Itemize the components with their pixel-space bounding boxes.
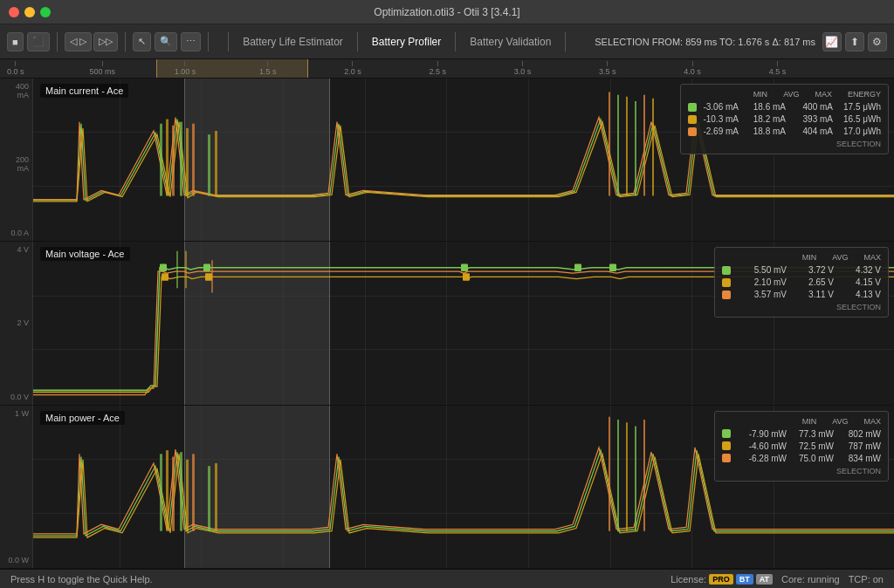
- ruler-mark-1-5s: 1.5 s: [259, 61, 277, 76]
- window-controls: [9, 7, 51, 17]
- ruler-mark-3-5s: 3.5 s: [599, 61, 616, 76]
- statusbar: Press H to toggle the Quick Help. Licens…: [0, 569, 894, 588]
- y-label-0v: 0.0 V: [3, 393, 29, 401]
- svg-rect-18: [203, 264, 210, 272]
- zoom-tool[interactable]: 🔍: [155, 32, 177, 51]
- legend-color-orange-p: [722, 454, 731, 462]
- svg-rect-32: [172, 456, 175, 530]
- nav-group: ◁ ▷ ▷▷: [65, 32, 118, 51]
- legend-vals-v1: 2.10 mV 2.65 V 4.15 V: [736, 277, 881, 287]
- legend-vals-2: -2.69 mA 18.8 mA 404 mA 17.0 μWh: [702, 126, 881, 136]
- chart-current-label: Main current - Ace: [40, 84, 128, 98]
- forward-button[interactable]: ▷▷: [93, 32, 118, 51]
- svg-rect-10: [186, 128, 189, 196]
- y-label-0a: 0.0 A: [3, 229, 29, 237]
- y-label-2v: 2 V: [3, 318, 29, 327]
- svg-rect-35: [192, 454, 195, 530]
- y-label-400ma: 400 mA: [3, 82, 29, 99]
- y-label-1w: 1 W: [3, 409, 29, 418]
- window-title: Optimization.otii3 - Otii 3 [3.4.1]: [374, 6, 519, 18]
- ruler-marks: 0.0 s 500 ms 1.00 s 1.5 s 2.0 s 2.5 s 3.…: [0, 59, 894, 78]
- more-tool[interactable]: ⋯: [181, 32, 201, 51]
- svg-rect-6: [160, 124, 162, 196]
- chart-main-power: 1 W 0.0 W: [0, 406, 894, 569]
- statusbar-right: License: PRO BT AT Core: running TCP: on: [670, 574, 884, 585]
- nav-tabs: Battery Life Estimator Battery Profiler …: [228, 32, 566, 51]
- svg-rect-19: [461, 264, 468, 272]
- tcp-status: TCP: on: [849, 574, 884, 585]
- record-button[interactable]: ⬛: [27, 32, 50, 51]
- legend-header-v: MIN AVG MAX: [722, 253, 881, 262]
- svg-rect-22: [162, 274, 168, 282]
- svg-rect-34: [186, 459, 189, 530]
- legend-row-v1: 2.10 mV 2.65 V 4.15 V: [722, 277, 881, 287]
- legend-row-p0: -7.90 mW 77.3 mW 802 mW: [722, 429, 881, 439]
- selection-label: SELECTION: [595, 37, 649, 47]
- tab-battery-profiler[interactable]: Battery Profiler: [358, 32, 456, 51]
- toolbar-right-icons: 📈 ⬆ ⚙: [822, 32, 887, 51]
- chart-power-body[interactable]: Main power - Ace MIN AVG MAX -7.90 mW 77…: [33, 406, 894, 568]
- tab-battery-life-estimator[interactable]: Battery Life Estimator: [228, 32, 358, 51]
- core-status: Core: running: [781, 574, 840, 585]
- chart-main-voltage: 4 V 2 V 0.0 V: [0, 242, 894, 405]
- svg-rect-36: [208, 466, 210, 531]
- toolbar-separator-2: [125, 32, 126, 51]
- svg-rect-17: [160, 264, 167, 272]
- ruler-mark-1s: 1.00 s: [175, 61, 196, 76]
- tab-battery-validation[interactable]: Battery Validation: [456, 32, 566, 51]
- svg-rect-31: [166, 450, 168, 531]
- svg-rect-8: [172, 126, 175, 196]
- stop-button[interactable]: ■: [7, 32, 24, 51]
- legend-vals-p1: -4.60 mW 72.5 mW 787 mW: [736, 441, 881, 451]
- ruler-mark-2s: 2.0 s: [344, 61, 361, 76]
- ruler-mark-0: 0.0 s: [7, 61, 24, 76]
- y-label-200ma: 200 mA: [3, 155, 29, 173]
- legend-vals-p2: -6.28 mW 75.0 mW 834 mW: [736, 454, 881, 463]
- svg-rect-21: [609, 264, 616, 272]
- svg-rect-30: [160, 454, 162, 530]
- legend-color-orange-v: [722, 291, 731, 299]
- maximize-button[interactable]: [40, 7, 51, 17]
- ruler-mark-3s: 3.0 s: [514, 61, 532, 76]
- chart-power-label: Main power - Ace: [40, 411, 125, 425]
- legend-color-yellow: [688, 115, 697, 124]
- chart-voltage-body[interactable]: Main voltage - Ace MIN AVG MAX 5.50 mV 3…: [33, 242, 894, 404]
- legend-vals-p0: -7.90 mW 77.3 mW 802 mW: [736, 429, 881, 439]
- svg-rect-7: [166, 120, 168, 196]
- svg-rect-9: [180, 122, 182, 196]
- legend-vals-v0: 5.50 mV 3.72 V 4.32 V: [736, 265, 881, 275]
- legend-vals-0: -3.06 mA 18.6 mA 400 mA 17.5 μWh: [702, 102, 881, 112]
- ruler-mark-500ms: 500 ms: [89, 61, 115, 76]
- y-label-4v: 4 V: [3, 245, 29, 254]
- chart-voltage-y-axis: 4 V 2 V 0.0 V: [0, 242, 33, 404]
- charts-area: 400 mA 200 mA 0.0 A: [0, 79, 894, 569]
- help-text: Press H to toggle the Quick Help.: [10, 574, 153, 585]
- legend-color-green-p: [722, 429, 731, 438]
- legend-color-yellow-p: [722, 441, 731, 450]
- close-button[interactable]: [9, 7, 19, 17]
- minimize-button[interactable]: [24, 7, 35, 17]
- selection-from: FROM: 859 ms: [652, 37, 718, 47]
- y-label-0w: 0.0 W: [3, 556, 29, 564]
- chart-icon[interactable]: 📈: [822, 32, 842, 51]
- legend-color-orange: [688, 127, 697, 136]
- export-icon[interactable]: ⬆: [845, 32, 864, 51]
- settings-icon[interactable]: ⚙: [868, 32, 887, 51]
- svg-rect-24: [463, 274, 470, 282]
- back-button[interactable]: ◁ ▷: [65, 32, 92, 51]
- selection-delta: Δ: 817 ms: [772, 37, 815, 47]
- ruler-mark-4s: 4.0 s: [684, 61, 701, 76]
- chart-current-body[interactable]: Main current - Ace MIN AVG MAX ENERGY -3…: [33, 79, 894, 241]
- legend-color-green: [688, 103, 697, 112]
- legend-row-p2: -6.28 mW 75.0 mW 834 mW: [722, 454, 881, 463]
- selection-to: TO: 1.676 s: [719, 37, 769, 47]
- chart-current-legend: MIN AVG MAX ENERGY -3.06 mA 18.6 mA 400 …: [680, 84, 889, 154]
- legend-vals-1: -10.3 mA 18.2 mA 393 mA 16.5 μWh: [702, 114, 881, 124]
- legend-color-yellow-v: [722, 278, 731, 287]
- cursor-tool[interactable]: ↖: [133, 32, 151, 51]
- ruler-mark-4-5s: 4.5 s: [769, 61, 787, 76]
- legend-selection-p: SELECTION: [722, 467, 881, 475]
- svg-rect-11: [192, 124, 195, 196]
- legend-row-1: -10.3 mA 18.2 mA 393 mA 16.5 μWh: [688, 114, 881, 124]
- legend-row-p1: -4.60 mW 72.5 mW 787 mW: [722, 441, 881, 451]
